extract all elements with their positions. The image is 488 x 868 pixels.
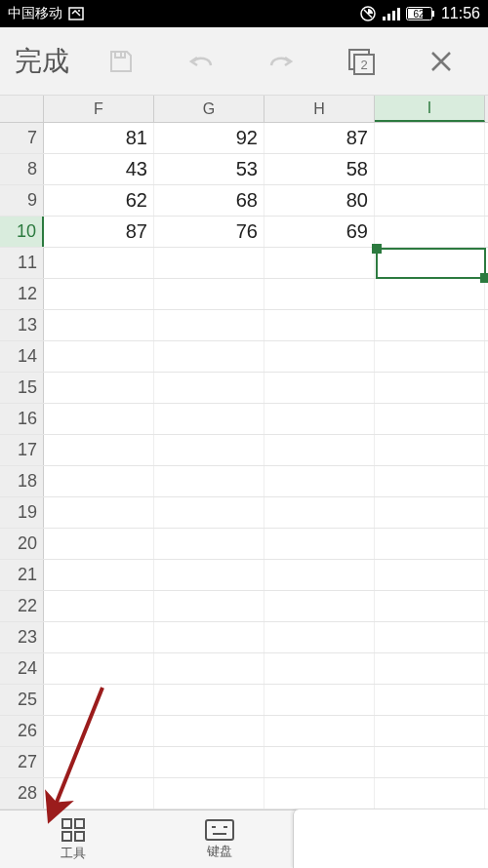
cell-F23[interactable] bbox=[44, 622, 154, 652]
column-header-I[interactable]: I bbox=[375, 96, 485, 122]
row-header-20[interactable]: 20 bbox=[0, 529, 44, 559]
cell-G28[interactable] bbox=[154, 778, 264, 809]
cell-F28[interactable] bbox=[44, 778, 154, 809]
row-header-11[interactable]: 11 bbox=[0, 248, 44, 278]
cell-F17[interactable] bbox=[44, 435, 154, 465]
row-header-10[interactable]: 10 bbox=[0, 217, 44, 247]
save-button[interactable] bbox=[84, 27, 159, 95]
cell-I9[interactable] bbox=[375, 185, 485, 216]
sheet-tab[interactable] bbox=[293, 809, 488, 868]
column-header-F[interactable]: F bbox=[44, 96, 154, 122]
cell-F21[interactable] bbox=[44, 560, 154, 590]
row-header-25[interactable]: 25 bbox=[0, 685, 44, 715]
row-header-24[interactable]: 24 bbox=[0, 653, 44, 684]
cell-I22[interactable] bbox=[375, 591, 485, 621]
row-header-22[interactable]: 22 bbox=[0, 591, 44, 621]
cell-I15[interactable] bbox=[375, 373, 485, 403]
cell-H17[interactable] bbox=[264, 435, 375, 465]
cell-F18[interactable] bbox=[44, 466, 154, 496]
cell-I25[interactable] bbox=[375, 685, 485, 715]
cell-F20[interactable] bbox=[44, 529, 154, 559]
cell-H27[interactable] bbox=[264, 747, 375, 777]
cell-H9[interactable]: 80 bbox=[264, 185, 375, 216]
cell-H8[interactable]: 58 bbox=[264, 154, 375, 184]
cell-F11[interactable] bbox=[44, 248, 154, 278]
cell-G25[interactable] bbox=[154, 685, 264, 715]
cell-G22[interactable] bbox=[154, 591, 264, 621]
cell-H15[interactable] bbox=[264, 373, 375, 403]
keyboard-tab[interactable]: 键盘 bbox=[146, 810, 293, 868]
cell-F7[interactable]: 81 bbox=[44, 123, 154, 153]
cell-I14[interactable] bbox=[375, 341, 485, 372]
cell-F15[interactable] bbox=[44, 373, 154, 403]
cell-H20[interactable] bbox=[264, 529, 375, 559]
cell-F12[interactable] bbox=[44, 279, 154, 309]
undo-button[interactable] bbox=[164, 27, 239, 95]
row-header-21[interactable]: 21 bbox=[0, 560, 44, 590]
cell-G16[interactable] bbox=[154, 404, 264, 434]
row-header-8[interactable]: 8 bbox=[0, 154, 44, 184]
windows-button[interactable]: 2 bbox=[323, 27, 398, 95]
cell-G23[interactable] bbox=[154, 622, 264, 652]
cell-F13[interactable] bbox=[44, 310, 154, 340]
cell-I13[interactable] bbox=[375, 310, 485, 340]
cell-I11[interactable] bbox=[375, 248, 485, 278]
cell-F27[interactable] bbox=[44, 747, 154, 777]
cell-I16[interactable] bbox=[375, 404, 485, 434]
column-header-G[interactable]: G bbox=[154, 96, 264, 122]
cell-G7[interactable]: 92 bbox=[154, 123, 264, 153]
cell-I24[interactable] bbox=[375, 653, 485, 684]
cell-G27[interactable] bbox=[154, 747, 264, 777]
cell-G11[interactable] bbox=[154, 248, 264, 278]
select-all-corner[interactable] bbox=[0, 96, 44, 122]
cell-H26[interactable] bbox=[264, 716, 375, 746]
cell-I21[interactable] bbox=[375, 560, 485, 590]
cell-H28[interactable] bbox=[264, 778, 375, 809]
row-header-15[interactable]: 15 bbox=[0, 373, 44, 403]
cell-I10[interactable] bbox=[375, 217, 485, 247]
row-header-17[interactable]: 17 bbox=[0, 435, 44, 465]
row-header-26[interactable]: 26 bbox=[0, 716, 44, 746]
cell-I17[interactable] bbox=[375, 435, 485, 465]
cell-H21[interactable] bbox=[264, 560, 375, 590]
cell-G17[interactable] bbox=[154, 435, 264, 465]
cell-F14[interactable] bbox=[44, 341, 154, 372]
cell-I20[interactable] bbox=[375, 529, 485, 559]
cell-H11[interactable] bbox=[264, 248, 375, 278]
cell-I26[interactable] bbox=[375, 716, 485, 746]
cell-H14[interactable] bbox=[264, 341, 375, 372]
row-header-28[interactable]: 28 bbox=[0, 778, 44, 809]
row-header-27[interactable]: 27 bbox=[0, 747, 44, 777]
cell-H25[interactable] bbox=[264, 685, 375, 715]
cell-F24[interactable] bbox=[44, 653, 154, 684]
cell-F9[interactable]: 62 bbox=[44, 185, 154, 216]
cell-G24[interactable] bbox=[154, 653, 264, 684]
cell-G20[interactable] bbox=[154, 529, 264, 559]
cell-G10[interactable]: 76 bbox=[154, 217, 264, 247]
cell-I28[interactable] bbox=[375, 778, 485, 809]
row-header-14[interactable]: 14 bbox=[0, 341, 44, 372]
spreadsheet-grid[interactable]: FGHI 78192878435358962688010877669111213… bbox=[0, 96, 488, 809]
cell-I23[interactable] bbox=[375, 622, 485, 652]
row-header-19[interactable]: 19 bbox=[0, 497, 44, 528]
cell-F16[interactable] bbox=[44, 404, 154, 434]
column-header-H[interactable]: H bbox=[264, 96, 375, 122]
cell-F8[interactable]: 43 bbox=[44, 154, 154, 184]
cell-G8[interactable]: 53 bbox=[154, 154, 264, 184]
cell-G9[interactable]: 68 bbox=[154, 185, 264, 216]
cell-H18[interactable] bbox=[264, 466, 375, 496]
row-header-18[interactable]: 18 bbox=[0, 466, 44, 496]
cell-I8[interactable] bbox=[375, 154, 485, 184]
cell-G12[interactable] bbox=[154, 279, 264, 309]
cell-H7[interactable]: 87 bbox=[264, 123, 375, 153]
done-button[interactable]: 完成 bbox=[10, 43, 79, 80]
cell-F19[interactable] bbox=[44, 497, 154, 528]
close-button[interactable] bbox=[403, 27, 478, 95]
cell-F10[interactable]: 87 bbox=[44, 217, 154, 247]
cell-H23[interactable] bbox=[264, 622, 375, 652]
cell-H10[interactable]: 69 bbox=[264, 217, 375, 247]
cell-I7[interactable] bbox=[375, 123, 485, 153]
cell-G19[interactable] bbox=[154, 497, 264, 528]
cell-H19[interactable] bbox=[264, 497, 375, 528]
cell-F25[interactable] bbox=[44, 685, 154, 715]
